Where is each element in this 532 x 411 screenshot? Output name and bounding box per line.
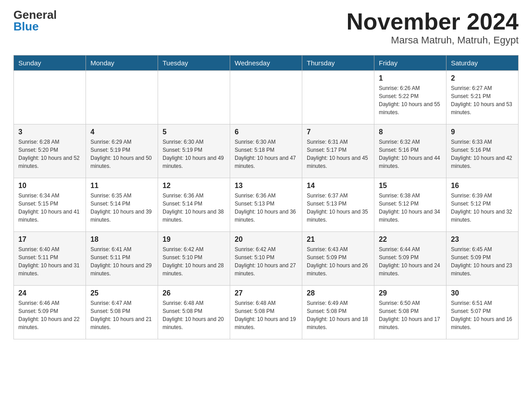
calendar-day-cell: 18Sunrise: 6:41 AM Sunset: 5:11 PM Dayli… bbox=[86, 232, 158, 286]
day-number: 22 bbox=[379, 235, 442, 244]
calendar-day-cell bbox=[86, 71, 158, 124]
day-number: 18 bbox=[90, 235, 153, 244]
calendar-day-cell: 26Sunrise: 6:48 AM Sunset: 5:08 PM Dayli… bbox=[158, 286, 230, 339]
day-info: Sunrise: 6:41 AM Sunset: 5:11 PM Dayligh… bbox=[90, 245, 153, 278]
calendar-day-cell: 11Sunrise: 6:35 AM Sunset: 5:14 PM Dayli… bbox=[86, 178, 158, 232]
day-number: 5 bbox=[163, 128, 225, 136]
calendar-day-cell: 13Sunrise: 6:36 AM Sunset: 5:13 PM Dayli… bbox=[230, 178, 302, 232]
header: General Blue November 2024 Marsa Matruh,… bbox=[13, 9, 519, 46]
calendar-day-cell: 1Sunrise: 6:26 AM Sunset: 5:22 PM Daylig… bbox=[374, 71, 446, 124]
calendar-day-cell: 5Sunrise: 6:30 AM Sunset: 5:19 PM Daylig… bbox=[158, 124, 230, 178]
calendar-day-cell: 29Sunrise: 6:50 AM Sunset: 5:08 PM Dayli… bbox=[374, 286, 446, 339]
day-of-week-header: Thursday bbox=[302, 56, 374, 71]
calendar-day-cell: 8Sunrise: 6:32 AM Sunset: 5:16 PM Daylig… bbox=[374, 124, 446, 178]
day-info: Sunrise: 6:32 AM Sunset: 5:16 PM Dayligh… bbox=[379, 138, 442, 170]
day-number: 28 bbox=[307, 289, 369, 297]
day-info: Sunrise: 6:38 AM Sunset: 5:12 PM Dayligh… bbox=[379, 192, 442, 224]
days-of-week-row: SundayMondayTuesdayWednesdayThursdayFrid… bbox=[14, 56, 519, 71]
calendar-week-row: 3Sunrise: 6:28 AM Sunset: 5:20 PM Daylig… bbox=[14, 124, 519, 178]
logo: General Blue bbox=[13, 9, 57, 32]
calendar-day-cell: 16Sunrise: 6:39 AM Sunset: 5:12 PM Dayli… bbox=[446, 178, 519, 232]
day-info: Sunrise: 6:43 AM Sunset: 5:09 PM Dayligh… bbox=[307, 245, 369, 278]
calendar-day-cell: 12Sunrise: 6:36 AM Sunset: 5:14 PM Dayli… bbox=[158, 178, 230, 232]
day-of-week-header: Friday bbox=[374, 56, 446, 71]
day-number: 6 bbox=[235, 128, 297, 136]
calendar-day-cell: 2Sunrise: 6:27 AM Sunset: 5:21 PM Daylig… bbox=[446, 71, 519, 124]
day-number: 16 bbox=[451, 182, 514, 190]
day-number: 30 bbox=[451, 289, 514, 297]
calendar-day-cell: 6Sunrise: 6:30 AM Sunset: 5:18 PM Daylig… bbox=[230, 124, 302, 178]
calendar-day-cell: 19Sunrise: 6:42 AM Sunset: 5:10 PM Dayli… bbox=[158, 232, 230, 286]
day-of-week-header: Sunday bbox=[14, 56, 86, 71]
day-info: Sunrise: 6:44 AM Sunset: 5:09 PM Dayligh… bbox=[379, 245, 442, 278]
calendar-title: November 2024 bbox=[347, 9, 519, 34]
day-number: 29 bbox=[379, 289, 442, 297]
day-info: Sunrise: 6:28 AM Sunset: 5:20 PM Dayligh… bbox=[18, 138, 81, 170]
day-number: 26 bbox=[163, 289, 225, 297]
day-number: 14 bbox=[307, 182, 369, 190]
day-of-week-header: Monday bbox=[86, 56, 158, 71]
day-info: Sunrise: 6:42 AM Sunset: 5:10 PM Dayligh… bbox=[235, 245, 297, 278]
calendar-day-cell: 17Sunrise: 6:40 AM Sunset: 5:11 PM Dayli… bbox=[14, 232, 86, 286]
day-info: Sunrise: 6:35 AM Sunset: 5:14 PM Dayligh… bbox=[90, 192, 153, 224]
day-number: 12 bbox=[163, 182, 225, 190]
calendar-day-cell: 25Sunrise: 6:47 AM Sunset: 5:08 PM Dayli… bbox=[86, 286, 158, 339]
calendar-week-row: 10Sunrise: 6:34 AM Sunset: 5:15 PM Dayli… bbox=[14, 178, 519, 232]
day-number: 17 bbox=[18, 235, 81, 244]
day-info: Sunrise: 6:27 AM Sunset: 5:21 PM Dayligh… bbox=[451, 84, 514, 116]
day-info: Sunrise: 6:51 AM Sunset: 5:07 PM Dayligh… bbox=[451, 299, 514, 331]
day-number: 19 bbox=[163, 235, 225, 244]
day-number: 24 bbox=[18, 289, 81, 297]
day-of-week-header: Wednesday bbox=[230, 56, 302, 71]
logo-general-text: General bbox=[13, 9, 57, 21]
calendar-week-row: 24Sunrise: 6:46 AM Sunset: 5:09 PM Dayli… bbox=[14, 286, 519, 339]
day-number: 21 bbox=[307, 235, 369, 244]
calendar-table: SundayMondayTuesdayWednesdayThursdayFrid… bbox=[13, 55, 519, 339]
day-number: 13 bbox=[235, 182, 297, 190]
calendar-day-cell: 30Sunrise: 6:51 AM Sunset: 5:07 PM Dayli… bbox=[446, 286, 519, 339]
day-info: Sunrise: 6:26 AM Sunset: 5:22 PM Dayligh… bbox=[379, 84, 442, 116]
day-info: Sunrise: 6:36 AM Sunset: 5:13 PM Dayligh… bbox=[235, 192, 297, 224]
day-info: Sunrise: 6:46 AM Sunset: 5:09 PM Dayligh… bbox=[18, 299, 81, 331]
day-info: Sunrise: 6:30 AM Sunset: 5:18 PM Dayligh… bbox=[235, 138, 297, 170]
calendar-week-row: 1Sunrise: 6:26 AM Sunset: 5:22 PM Daylig… bbox=[14, 71, 519, 124]
calendar-day-cell: 24Sunrise: 6:46 AM Sunset: 5:09 PM Dayli… bbox=[14, 286, 86, 339]
day-info: Sunrise: 6:30 AM Sunset: 5:19 PM Dayligh… bbox=[163, 138, 225, 170]
day-info: Sunrise: 6:48 AM Sunset: 5:08 PM Dayligh… bbox=[235, 299, 297, 331]
calendar-day-cell bbox=[302, 71, 374, 124]
day-of-week-header: Saturday bbox=[446, 56, 519, 71]
day-info: Sunrise: 6:47 AM Sunset: 5:08 PM Dayligh… bbox=[90, 299, 153, 331]
calendar-day-cell: 9Sunrise: 6:33 AM Sunset: 5:16 PM Daylig… bbox=[446, 124, 519, 178]
calendar-day-cell: 22Sunrise: 6:44 AM Sunset: 5:09 PM Dayli… bbox=[374, 232, 446, 286]
calendar-day-cell: 28Sunrise: 6:49 AM Sunset: 5:08 PM Dayli… bbox=[302, 286, 374, 339]
calendar-day-cell bbox=[158, 71, 230, 124]
day-number: 11 bbox=[90, 182, 153, 190]
day-info: Sunrise: 6:34 AM Sunset: 5:15 PM Dayligh… bbox=[18, 192, 81, 224]
calendar-day-cell: 7Sunrise: 6:31 AM Sunset: 5:17 PM Daylig… bbox=[302, 124, 374, 178]
calendar-week-row: 17Sunrise: 6:40 AM Sunset: 5:11 PM Dayli… bbox=[14, 232, 519, 286]
day-info: Sunrise: 6:45 AM Sunset: 5:09 PM Dayligh… bbox=[451, 245, 514, 278]
day-number: 2 bbox=[451, 74, 514, 82]
day-number: 27 bbox=[235, 289, 297, 297]
day-number: 23 bbox=[451, 235, 514, 244]
day-number: 10 bbox=[18, 182, 81, 190]
day-info: Sunrise: 6:29 AM Sunset: 5:19 PM Dayligh… bbox=[90, 138, 153, 170]
day-number: 20 bbox=[235, 235, 297, 244]
day-of-week-header: Tuesday bbox=[158, 56, 230, 71]
day-number: 4 bbox=[90, 128, 153, 136]
day-number: 15 bbox=[379, 182, 442, 190]
calendar-day-cell bbox=[230, 71, 302, 124]
day-info: Sunrise: 6:42 AM Sunset: 5:10 PM Dayligh… bbox=[163, 245, 225, 278]
day-number: 7 bbox=[307, 128, 369, 136]
day-info: Sunrise: 6:48 AM Sunset: 5:08 PM Dayligh… bbox=[163, 299, 225, 331]
calendar-day-cell: 4Sunrise: 6:29 AM Sunset: 5:19 PM Daylig… bbox=[86, 124, 158, 178]
day-info: Sunrise: 6:37 AM Sunset: 5:13 PM Dayligh… bbox=[307, 192, 369, 224]
calendar-day-cell: 10Sunrise: 6:34 AM Sunset: 5:15 PM Dayli… bbox=[14, 178, 86, 232]
calendar-day-cell: 23Sunrise: 6:45 AM Sunset: 5:09 PM Dayli… bbox=[446, 232, 519, 286]
logo-blue-text: Blue bbox=[13, 21, 39, 32]
day-info: Sunrise: 6:33 AM Sunset: 5:16 PM Dayligh… bbox=[451, 138, 514, 170]
day-number: 25 bbox=[90, 289, 153, 297]
day-info: Sunrise: 6:31 AM Sunset: 5:17 PM Dayligh… bbox=[307, 138, 369, 170]
calendar-day-cell bbox=[14, 71, 86, 124]
calendar-day-cell: 3Sunrise: 6:28 AM Sunset: 5:20 PM Daylig… bbox=[14, 124, 86, 178]
